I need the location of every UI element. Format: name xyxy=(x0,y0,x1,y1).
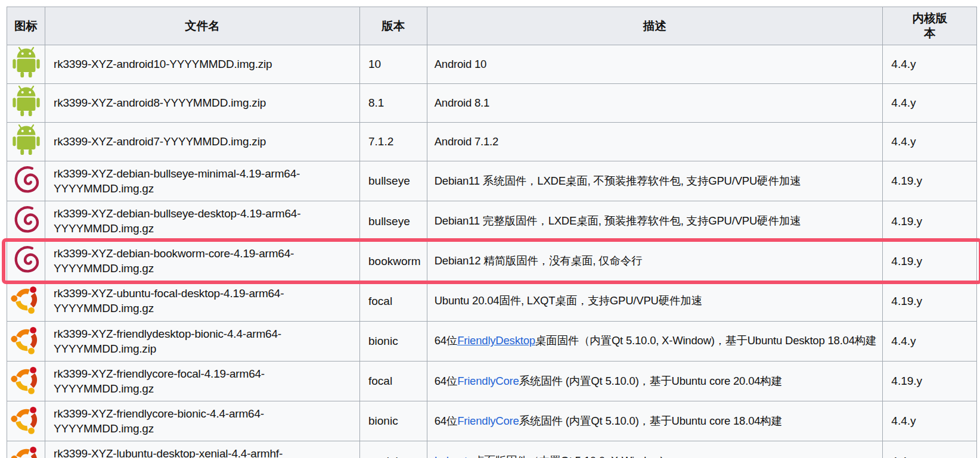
filename-text: rk3399-XYZ-debian-bookworm-core-4.19-arm… xyxy=(54,247,294,275)
kernel-version-cell: 4.4.y xyxy=(883,321,977,361)
filename-cell: rk3399-XYZ-friendlycore-bionic-4.4-arm64… xyxy=(45,401,360,441)
filename-cell: rk3399-XYZ-android8-YYYYMMDD.img.zip xyxy=(45,83,360,122)
description-text: Android 8.1 xyxy=(435,96,489,109)
kernel-version-text: 4.19.y xyxy=(891,375,922,387)
kernel-version-text: 4.4.y xyxy=(891,96,916,109)
kernel-version-cell: 4.4.y xyxy=(883,441,977,458)
table-row: rk3399-XYZ-debian-bullseye-desktop-4.19-… xyxy=(7,201,977,241)
version-text: bionic xyxy=(368,335,398,347)
col-header-kernel: 内核版本 xyxy=(883,7,977,45)
icon-cell xyxy=(7,45,45,83)
table-body: rk3399-XYZ-android10-YYYYMMDD.img.zip10A… xyxy=(7,45,977,458)
ubuntu-circle-of-friends-icon xyxy=(11,444,42,458)
ubuntu-circle-of-friends-icon xyxy=(11,324,42,355)
debian-swirl-icon xyxy=(11,204,41,234)
description-cell: Debian11 完整版固件，LXDE桌面, 预装推荐软件包, 支持GPU/VP… xyxy=(427,201,883,241)
version-text: bullseye xyxy=(368,175,410,187)
filename-cell: rk3399-XYZ-friendlydesktop-bionic-4.4-ar… xyxy=(45,321,360,361)
col-header-kernel-label: 内核版本 xyxy=(910,11,950,41)
filename-cell: rk3399-XYZ-lubuntu-desktop-xenial-4.4-ar… xyxy=(45,441,360,458)
icon-cell xyxy=(7,361,45,401)
description-text: Android 7.1.2 xyxy=(435,135,498,148)
kernel-version-text: 4.19.y xyxy=(891,255,922,267)
filename-text: rk3399-XYZ-android10-YYYYMMDD.img.zip xyxy=(54,58,272,70)
icon-cell xyxy=(7,281,45,321)
filename-text: rk3399-XYZ-friendlycore-bionic-4.4-arm64… xyxy=(54,407,264,435)
kernel-version-text: 4.4.y xyxy=(891,335,916,347)
filename-text: rk3399-XYZ-friendlydesktop-bionic-4.4-ar… xyxy=(54,328,281,355)
kernel-version-cell: 4.4.y xyxy=(883,45,977,83)
version-cell: bookworm xyxy=(360,241,427,281)
col-header-version-label: 版本 xyxy=(382,19,405,32)
description-text: Debian12 精简版固件，没有桌面, 仅命令行 xyxy=(435,254,643,267)
filename-text: rk3399-XYZ-debian-bullseye-desktop-4.19-… xyxy=(54,207,300,235)
version-cell: 7.1.2 xyxy=(360,122,427,161)
version-text: 8.1 xyxy=(368,96,384,109)
table-row: rk3399-XYZ-debian-bookworm-core-4.19-arm… xyxy=(7,241,977,281)
description-text: 64位 xyxy=(435,375,457,387)
description-cell: Debian12 精简版固件，没有桌面, 仅命令行 xyxy=(427,241,883,281)
version-cell: bionic xyxy=(360,401,427,441)
col-header-description-label: 描述 xyxy=(643,19,666,32)
description-text: Android 10 xyxy=(435,58,486,70)
filename-cell: rk3399-XYZ-ubuntu-focal-desktop-4.19-arm… xyxy=(45,281,360,321)
description-cell: Android 10 xyxy=(427,45,883,83)
icon-cell xyxy=(7,122,45,161)
kernel-version-cell: 4.19.y xyxy=(883,241,977,281)
kernel-version-text: 4.4.y xyxy=(891,415,916,427)
kernel-version-cell: 4.19.y xyxy=(883,361,977,401)
debian-swirl-icon xyxy=(11,244,41,274)
kernel-version-cell: 4.19.y xyxy=(883,161,977,201)
description-link[interactable]: FriendlyDesktop xyxy=(457,334,535,347)
description-cell: Debian11 系统固件，LXDE桌面, 不预装推荐软件包, 支持GPU/VP… xyxy=(427,161,883,201)
filename-text: rk3399-XYZ-android8-YYYYMMDD.img.zip xyxy=(54,96,266,109)
kernel-version-text: 4.4.y xyxy=(891,135,916,148)
description-link[interactable]: FriendlyCore xyxy=(457,415,519,427)
version-cell: focal xyxy=(360,281,427,321)
firmware-table: 图标 文件名 版本 描述 内核版本 rk3399-XYZ-android10-Y… xyxy=(7,7,977,458)
col-header-filename: 文件名 xyxy=(45,7,360,45)
kernel-version-cell: 4.4.y xyxy=(883,83,977,122)
android-robot-icon xyxy=(11,124,41,156)
kernel-version-text: 4.19.y xyxy=(891,215,922,228)
filename-cell: rk3399-XYZ-android10-YYYYMMDD.img.zip xyxy=(45,45,360,83)
description-link[interactable]: Lubuntu xyxy=(435,454,473,458)
filename-cell: rk3399-XYZ-debian-bullseye-minimal-4.19-… xyxy=(45,161,360,201)
description-text: 系统固件 (内置Qt 5.10.0)，基于Ubuntu core 20.04构建 xyxy=(519,375,782,387)
version-text: xenial xyxy=(368,455,398,458)
kernel-version-text: 4.19.y xyxy=(891,295,922,307)
description-cell: 64位FriendlyDesktop桌面固件（内置Qt 5.10.0, X-Wi… xyxy=(427,321,883,361)
description-text: 桌面固件（内置Qt 5.10.0, X-Window)，基于Ubuntu Des… xyxy=(535,334,877,347)
description-cell: Android 8.1 xyxy=(427,83,883,122)
filename-text: rk3399-XYZ-friendlycore-focal-4.19-arm64… xyxy=(54,367,265,395)
version-text: bionic xyxy=(368,415,398,427)
table-row: rk3399-XYZ-friendlycore-bionic-4.4-arm64… xyxy=(7,401,977,441)
description-text: 桌面版固件（内置Qt 5.10.0, X-Window) xyxy=(473,454,663,458)
kernel-version-cell: 4.19.y xyxy=(883,201,977,241)
description-cell: Ubuntu 20.04固件, LXQT桌面，支持GPU/VPU硬件加速 xyxy=(427,281,883,321)
table-row: rk3399-XYZ-android8-YYYYMMDD.img.zip8.1A… xyxy=(7,83,977,122)
icon-cell xyxy=(7,321,45,361)
table-row: rk3399-XYZ-android10-YYYYMMDD.img.zip10A… xyxy=(7,45,977,83)
col-header-icon: 图标 xyxy=(7,7,45,45)
filename-cell: rk3399-XYZ-debian-bullseye-desktop-4.19-… xyxy=(45,201,360,241)
version-cell: 8.1 xyxy=(360,83,427,122)
description-link[interactable]: FriendlyCore xyxy=(457,375,519,387)
filename-cell: rk3399-XYZ-debian-bookworm-core-4.19-arm… xyxy=(45,241,360,281)
kernel-version-cell: 4.4.y xyxy=(883,401,977,441)
description-text: Debian11 完整版固件，LXDE桌面, 预装推荐软件包, 支持GPU/VP… xyxy=(435,214,801,227)
table-row: rk3399-XYZ-ubuntu-focal-desktop-4.19-arm… xyxy=(7,281,977,321)
version-cell: 10 xyxy=(360,45,427,83)
version-text: bookworm xyxy=(368,255,421,267)
col-header-filename-label: 文件名 xyxy=(185,19,220,32)
icon-cell xyxy=(7,441,45,458)
description-text: Debian11 系统固件，LXDE桌面, 不预装推荐软件包, 支持GPU/VP… xyxy=(435,175,801,187)
description-text: 系统固件 (内置Qt 5.10.0)，基于Ubuntu core 18.04构建 xyxy=(519,415,782,427)
version-text: focal xyxy=(368,375,392,387)
version-text: 10 xyxy=(368,58,381,70)
version-text: 7.1.2 xyxy=(368,135,393,148)
ubuntu-circle-of-friends-icon xyxy=(11,283,42,314)
version-cell: bionic xyxy=(360,321,427,361)
version-cell: xenial xyxy=(360,441,427,458)
table-row: rk3399-XYZ-lubuntu-desktop-xenial-4.4-ar… xyxy=(7,441,977,458)
